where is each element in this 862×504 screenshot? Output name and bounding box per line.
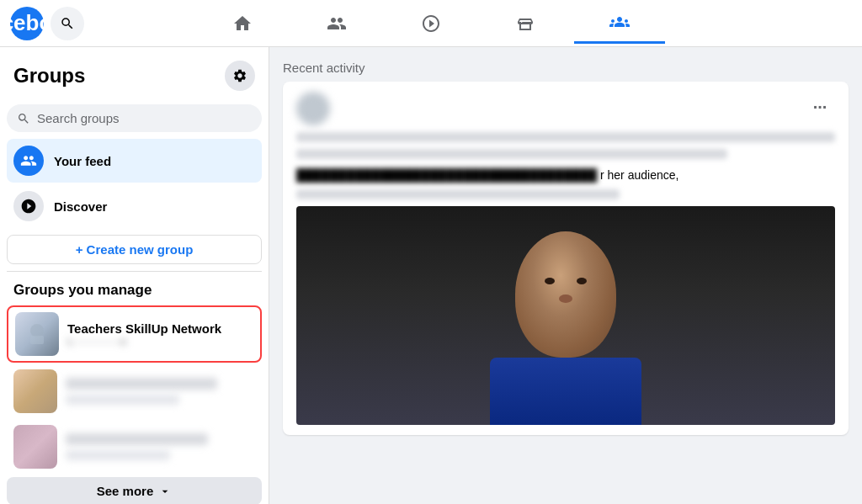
post-image <box>296 206 835 425</box>
sidebar-title: Groups <box>13 64 85 88</box>
groups-icon <box>609 12 630 32</box>
post-card: ··· ████████████████████████████████████… <box>283 82 849 435</box>
group-sub-3 <box>66 450 170 460</box>
search-icon <box>60 16 75 31</box>
main-layout: Groups Search groups Your feed Discover … <box>0 47 862 504</box>
group-thumb-image-3 <box>13 425 57 469</box>
post-text-partial: ████████████████████████████████████ r h… <box>296 167 835 184</box>
search-button[interactable] <box>51 7 84 40</box>
group-thumb-image-2 <box>13 369 57 413</box>
post-text-lines-2 <box>296 189 835 199</box>
create-group-button[interactable]: + Create new group <box>7 235 262 264</box>
post-more-options-button[interactable]: ··· <box>805 92 835 122</box>
marketplace-icon <box>515 13 535 34</box>
discover-item[interactable]: Discover <box>7 184 262 228</box>
see-more-button[interactable]: See more <box>7 477 262 504</box>
group-thumb-2 <box>13 369 57 413</box>
svg-point-0 <box>30 324 44 337</box>
feed-icon <box>20 152 37 169</box>
post-header-left <box>296 92 337 125</box>
nav-left: Facebook <box>10 7 178 40</box>
svg-rect-1 <box>30 336 44 344</box>
groups-you-manage-title: Groups you manage <box>7 279 262 305</box>
group-item-2[interactable] <box>7 364 262 418</box>
post-text-line-2 <box>296 149 727 159</box>
group-info-2 <box>66 378 255 405</box>
nav-friends-button[interactable] <box>291 3 382 44</box>
discover-icon-bg <box>13 191 44 221</box>
group-item-3[interactable] <box>7 420 262 474</box>
nav-home-button[interactable] <box>197 3 288 44</box>
group-sub-teachers: L·················o <box>67 336 253 347</box>
group-name-3 <box>66 433 208 445</box>
post-text-line-1 <box>296 132 835 142</box>
watch-icon <box>421 13 441 34</box>
nav-watch-button[interactable] <box>386 3 476 44</box>
group-name-2 <box>66 378 217 390</box>
person-head <box>515 231 616 358</box>
discover-label: Discover <box>54 199 107 214</box>
person-shirt <box>490 358 641 425</box>
top-navigation: Facebook <box>0 0 862 47</box>
group-name-teachers: Teachers SkillUp Network <box>67 321 253 336</box>
search-groups-icon <box>17 112 30 125</box>
group-thumb-image-teachers <box>15 312 59 356</box>
teachers-group-icon <box>24 321 51 347</box>
group-item-teachers[interactable]: Teachers SkillUp Network L··············… <box>7 305 262 363</box>
facebook-logo[interactable]: Facebook <box>10 7 44 40</box>
search-groups-placeholder: Search groups <box>37 111 120 125</box>
sidebar-header: Groups <box>7 57 262 98</box>
your-feed-label: Your feed <box>54 154 111 168</box>
home-icon <box>232 13 253 34</box>
post-text-line-3 <box>296 189 620 199</box>
search-groups-bar[interactable]: Search groups <box>7 104 262 132</box>
group-sub-2 <box>66 395 179 405</box>
your-feed-icon-bg <box>13 146 44 176</box>
chevron-down-icon <box>158 485 172 498</box>
post-header: ··· <box>296 92 835 125</box>
nav-center <box>178 3 684 44</box>
recent-activity-label: Recent activity <box>283 61 849 75</box>
divider <box>7 271 262 272</box>
create-group-label: + Create new group <box>76 242 194 257</box>
group-thumb-teachers <box>15 312 59 356</box>
group-info-3 <box>66 433 255 460</box>
discover-icon <box>20 198 37 215</box>
sidebar: Groups Search groups Your feed Discover … <box>0 47 269 504</box>
post-text-lines <box>296 132 835 159</box>
group-thumb-3 <box>13 425 57 469</box>
group-info-teachers: Teachers SkillUp Network L··············… <box>67 321 253 347</box>
see-more-label: See more <box>97 484 154 498</box>
post-text-visible: r her audience, <box>600 168 678 182</box>
gear-icon <box>232 68 247 83</box>
friends-icon <box>327 13 347 34</box>
nav-marketplace-button[interactable] <box>480 3 571 44</box>
nav-groups-button[interactable] <box>574 3 665 44</box>
your-feed-item[interactable]: Your feed <box>7 139 262 183</box>
content-area: Recent activity ··· ████████████████████… <box>269 47 862 504</box>
post-avatar <box>296 92 330 125</box>
settings-button[interactable] <box>225 61 255 91</box>
